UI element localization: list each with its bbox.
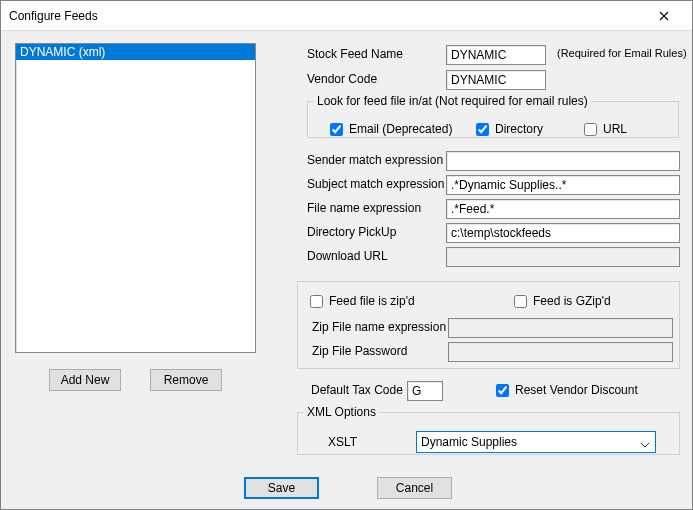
directory-checkbox[interactable]: Directory xyxy=(476,122,543,136)
client-area: DYNAMIC (xml) Add New Remove Stock Feed … xyxy=(1,31,692,509)
feed-gzip-checkbox[interactable]: Feed is GZip'd xyxy=(514,294,611,308)
file-expr-label: File name expression xyxy=(307,201,421,215)
xml-options-group: XML Options XSLT xyxy=(297,405,680,455)
window-title: Configure Feeds xyxy=(9,9,644,23)
close-button[interactable] xyxy=(644,2,684,30)
look-for-legend: Look for feed file in/at (Not required f… xyxy=(314,94,591,108)
xslt-label: XSLT xyxy=(328,435,357,449)
email-deprecated-label: Email (Deprecated) xyxy=(349,122,452,136)
file-expr-input[interactable] xyxy=(446,199,680,219)
look-for-group: Look for feed file in/at (Not required f… xyxy=(307,94,679,138)
stock-feed-name-input[interactable] xyxy=(446,45,546,65)
zip-file-expr-label: Zip File name expression xyxy=(312,320,446,334)
reset-vendor-input[interactable] xyxy=(496,384,509,397)
required-note: (Required for Email Rules) xyxy=(557,47,687,59)
default-tax-input[interactable] xyxy=(407,381,443,401)
remove-button[interactable]: Remove xyxy=(150,369,222,391)
sender-expr-input[interactable] xyxy=(446,151,680,171)
titlebar: Configure Feeds xyxy=(1,1,692,31)
zip-file-expr-input xyxy=(448,318,673,338)
zip-pw-input xyxy=(448,342,673,362)
vendor-code-input[interactable] xyxy=(446,70,546,90)
subject-expr-label: Subject match expression xyxy=(307,177,444,191)
dir-pickup-input[interactable] xyxy=(446,223,680,243)
url-checkbox[interactable]: URL xyxy=(584,122,627,136)
feeds-listbox[interactable]: DYNAMIC (xml) xyxy=(15,43,256,353)
directory-input[interactable] xyxy=(476,123,489,136)
feed-gzip-input[interactable] xyxy=(514,295,527,308)
feed-zip-checkbox[interactable]: Feed file is zip'd xyxy=(310,294,415,308)
url-label: URL xyxy=(603,122,627,136)
cancel-button[interactable]: Cancel xyxy=(377,477,452,499)
window: Configure Feeds DYNAMIC (xml) Add New Re… xyxy=(0,0,693,510)
close-icon xyxy=(659,11,669,21)
feed-zip-label: Feed file is zip'd xyxy=(329,294,415,308)
save-button[interactable]: Save xyxy=(244,477,319,499)
vendor-code-label: Vendor Code xyxy=(307,72,377,86)
reset-vendor-label: Reset Vendor Discount xyxy=(515,383,638,397)
reset-vendor-checkbox[interactable]: Reset Vendor Discount xyxy=(496,383,638,397)
email-deprecated-input[interactable] xyxy=(330,123,343,136)
zip-group: Feed file is zip'd Feed is GZip'd Zip Fi… xyxy=(297,281,680,369)
default-tax-label: Default Tax Code xyxy=(311,383,403,397)
xml-options-legend: XML Options xyxy=(304,405,379,419)
add-new-button[interactable]: Add New xyxy=(49,369,121,391)
zip-pw-label: Zip File Password xyxy=(312,344,407,358)
download-url-input xyxy=(446,247,680,267)
dir-pickup-label: Directory PickUp xyxy=(307,225,396,239)
subject-expr-input[interactable] xyxy=(446,175,680,195)
xslt-select[interactable] xyxy=(416,431,656,453)
feed-gzip-label: Feed is GZip'd xyxy=(533,294,611,308)
url-input[interactable] xyxy=(584,123,597,136)
list-item[interactable]: DYNAMIC (xml) xyxy=(16,44,255,60)
download-url-label: Download URL xyxy=(307,249,388,263)
sender-expr-label: Sender match expression xyxy=(307,153,443,167)
email-deprecated-checkbox[interactable]: Email (Deprecated) xyxy=(330,122,452,136)
stock-feed-name-label: Stock Feed Name xyxy=(307,47,403,61)
directory-label: Directory xyxy=(495,122,543,136)
feed-zip-input[interactable] xyxy=(310,295,323,308)
